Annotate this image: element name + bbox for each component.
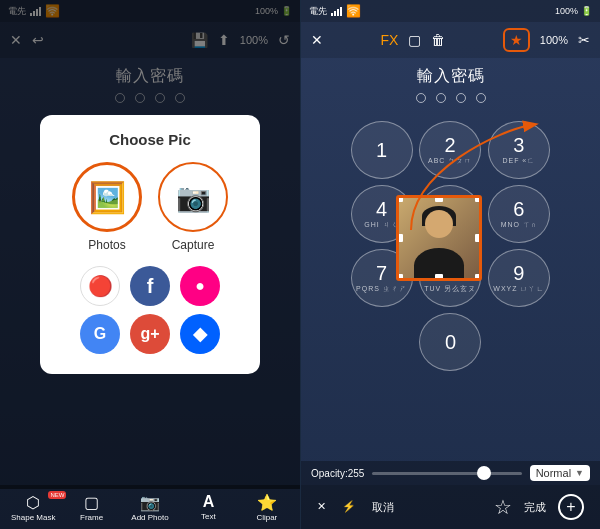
- facebook-btn[interactable]: f: [130, 266, 170, 306]
- shape-mask-label: Shape Mask: [11, 513, 55, 522]
- handle-tr[interactable]: [475, 195, 482, 202]
- new-badge: NEW: [48, 491, 66, 499]
- frame-label: Frame: [80, 513, 103, 522]
- handle-tl[interactable]: [396, 195, 403, 202]
- google-icon: G: [94, 325, 106, 343]
- photos-label: Photos: [88, 238, 125, 252]
- left-bottom-bar: ⬡ Shape Mask NEW ▢ Frame 📷 Add Photo A T…: [0, 485, 300, 529]
- photos-icon: 🖼️: [89, 180, 126, 215]
- right-toolbar-right: ★ 100% ✂: [503, 28, 590, 52]
- dropbox-icon: ◆: [193, 323, 207, 345]
- right-toolbar: ✕ FX ▢ 🗑 ★ 100% ✂: [301, 22, 600, 58]
- right-status-right: 100% 🔋: [555, 6, 592, 16]
- modal-options: 🖼️ Photos 📷 Capture: [72, 162, 228, 252]
- right-bottom-right: ☆ 完成 +: [494, 494, 584, 520]
- handle-bl[interactable]: [396, 274, 403, 281]
- google-drive-icon: 🔴: [88, 274, 113, 298]
- scissors-bottom-icon: ✕: [317, 500, 326, 515]
- text-icon: A: [203, 493, 215, 511]
- star-icon-box[interactable]: ★: [503, 28, 530, 52]
- rnum-6[interactable]: 6MNO ㄒ∩: [488, 185, 550, 243]
- photo-overlay[interactable]: [396, 195, 482, 281]
- rdot-2: [436, 93, 446, 103]
- carrier-right: 電先: [309, 5, 327, 18]
- cancel-label[interactable]: 取消: [372, 500, 394, 515]
- text-item[interactable]: A Text: [179, 493, 237, 521]
- right-status-bar: 電先 🛜 100% 🔋: [301, 0, 600, 22]
- shape-mask-item[interactable]: ⬡ Shape Mask NEW: [4, 493, 62, 522]
- handle-ml[interactable]: [396, 234, 403, 242]
- rdot-3: [456, 93, 466, 103]
- photos-icon-circle: 🖼️: [72, 162, 142, 232]
- rnum-2[interactable]: 2ABC ㄅㄆㄇ: [419, 121, 481, 179]
- gplus-icon: g+: [140, 325, 159, 343]
- password-dots-right: [416, 93, 486, 103]
- shape-mask-icon: ⬡: [26, 493, 40, 512]
- opacity-slider-thumb[interactable]: [477, 466, 491, 480]
- right-wifi-icon: 🛜: [346, 4, 361, 18]
- confirm-label[interactable]: 完成: [524, 500, 546, 515]
- google-btn[interactable]: G: [80, 314, 120, 354]
- add-photo-item[interactable]: 📷 Add Photo: [121, 493, 179, 522]
- dropdown-arrow-icon: ▼: [575, 468, 584, 478]
- rdot-1: [416, 93, 426, 103]
- right-toolbar-center: FX ▢ 🗑: [380, 32, 445, 48]
- zoom-percent-right: 100%: [540, 34, 568, 46]
- opacity-controls: Opacity:255 Normal ▼: [301, 461, 600, 485]
- right-panel: 電先 🛜 100% 🔋 ✕ FX ▢ 🗑 ★ 100%: [300, 0, 600, 529]
- flickr-btn[interactable]: ●: [180, 266, 220, 306]
- rdot-4: [476, 93, 486, 103]
- text-label: Text: [201, 512, 216, 521]
- screen-title-right: 輸入密碼: [417, 66, 485, 87]
- star-icon: ★: [510, 32, 523, 48]
- capture-label: Capture: [172, 238, 215, 252]
- rnum-9[interactable]: 9WXYZ ㄩㄚ∟: [488, 249, 550, 307]
- normal-label: Normal: [536, 467, 571, 479]
- choose-pic-overlay: Choose Pic 🖼️ Photos 📷 Capture 🔴: [0, 0, 300, 489]
- photos-option[interactable]: 🖼️ Photos: [72, 162, 142, 252]
- person-head: [425, 210, 453, 238]
- battery-icon-right: 🔋: [581, 6, 592, 16]
- capture-option[interactable]: 📷 Capture: [158, 162, 228, 252]
- right-bottom-bar: ✕ ⚡ 取消 ☆ 完成 +: [301, 485, 600, 529]
- fx-label[interactable]: FX: [380, 32, 398, 48]
- photo-thumbnail: [399, 198, 479, 278]
- clipar-item[interactable]: ⭐ Clipar: [238, 493, 296, 522]
- capture-icon: 📷: [176, 181, 211, 214]
- gplus-btn[interactable]: g+: [130, 314, 170, 354]
- add-photo-icon: 📷: [140, 493, 160, 512]
- dropbox-btn[interactable]: ◆: [180, 314, 220, 354]
- add-button[interactable]: +: [558, 494, 584, 520]
- opacity-label: Opacity:255: [311, 468, 364, 479]
- clipar-label: Clipar: [256, 513, 277, 522]
- rnum-1[interactable]: 1: [351, 121, 413, 179]
- right-signal-icon: [331, 7, 342, 16]
- rnum-3[interactable]: 3DEF «ㄈ: [488, 121, 550, 179]
- rnum-0[interactable]: 0: [419, 313, 481, 371]
- trash-icon[interactable]: 🗑: [431, 32, 445, 48]
- left-panel: 電先 🛜 100% 🔋 ✕ ↩ 💾 ⬆ 100% ↺ 輸入密碼: [0, 0, 300, 529]
- scissors-icon[interactable]: ✂: [578, 32, 590, 48]
- right-bottom-left: ✕ ⚡ 取消: [317, 500, 394, 515]
- facebook-icon: f: [147, 275, 154, 298]
- google-drive-btn[interactable]: 🔴: [80, 266, 120, 306]
- bottom-right-icon[interactable]: ☆: [494, 495, 512, 519]
- clipar-icon: ⭐: [257, 493, 277, 512]
- handle-br[interactable]: [475, 274, 482, 281]
- bottom-icon-2: ⚡: [342, 500, 356, 515]
- duplicate-icon[interactable]: ▢: [408, 32, 421, 48]
- social-row-2: G g+ ◆: [80, 314, 220, 354]
- choose-pic-modal: Choose Pic 🖼️ Photos 📷 Capture 🔴: [40, 115, 260, 374]
- frame-icon: ▢: [84, 493, 99, 512]
- modal-title: Choose Pic: [109, 131, 191, 148]
- right-toolbar-left: ✕: [311, 32, 323, 48]
- handle-mr[interactable]: [475, 234, 482, 242]
- right-status-left: 電先 🛜: [309, 4, 361, 18]
- handle-tm[interactable]: [435, 195, 443, 202]
- right-close-icon[interactable]: ✕: [311, 32, 323, 48]
- add-photo-label: Add Photo: [131, 513, 168, 522]
- frame-item[interactable]: ▢ Frame: [62, 493, 120, 522]
- opacity-slider-track: [372, 472, 521, 475]
- normal-select[interactable]: Normal ▼: [530, 465, 590, 481]
- handle-bm[interactable]: [435, 274, 443, 281]
